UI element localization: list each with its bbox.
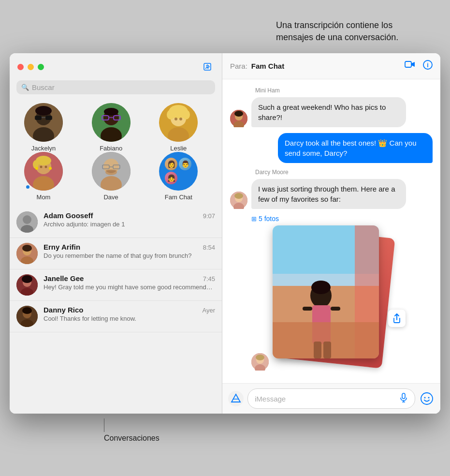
avatar-fabiano <box>92 103 131 142</box>
contact-pin-mom[interactable]: Mom <box>15 152 73 201</box>
chat-to-label: Para: <box>230 62 247 70</box>
conv-info-erny: Erny Arifin 8:54 Do you remember the nam… <box>44 243 215 259</box>
bottom-avatar-darcy <box>251 353 269 371</box>
msg-bubble-darcy: I was just sorting through them. Here ar… <box>251 179 406 209</box>
svg-point-28 <box>35 167 38 170</box>
svg-point-7 <box>35 106 52 116</box>
svg-point-84 <box>421 393 433 404</box>
message-input[interactable]: iMessage <box>247 388 415 409</box>
chat-panel: Para: Fam Chat i <box>222 53 440 414</box>
contact-name-mom: Mom <box>37 193 51 201</box>
messages-area: Mini Ham Such a great weekend! Who has p… <box>222 79 440 383</box>
app-store-button[interactable] <box>228 391 244 406</box>
svg-point-29 <box>49 167 52 170</box>
conversation-list: Adam Gooseff 9:07 Archivo adjunto: image… <box>10 207 222 414</box>
bottom-annotation: Conversaciones <box>104 418 160 443</box>
svg-point-49 <box>22 275 32 283</box>
app-window: 🔍 Buscar <box>10 53 440 414</box>
conv-item-adam[interactable]: Adam Gooseff 9:07 Archivo adjunto: image… <box>10 207 222 238</box>
info-button[interactable]: i <box>423 60 433 72</box>
chat-header: Para: Fam Chat i <box>222 53 440 79</box>
emoji-button[interactable] <box>419 391 435 406</box>
video-call-button[interactable] <box>405 60 415 72</box>
avatar-leslie <box>159 103 198 142</box>
share-button[interactable] <box>388 310 406 327</box>
search-icon: 🔍 <box>21 84 29 91</box>
svg-point-19 <box>167 110 174 119</box>
avatar-darcy <box>230 192 247 209</box>
msg-bubble-me: Darcy took all the best ones! 👑 Can you … <box>278 133 433 163</box>
conv-time-adam: 9:07 <box>203 212 215 220</box>
contact-name-jackelyn: Jackelyn <box>31 145 56 152</box>
photos-grid-icon: ⊞ <box>251 215 257 223</box>
sender-name-darcy: Darcy Moore <box>255 169 433 176</box>
svg-point-20 <box>182 110 190 119</box>
pinned-contacts-row2: Mom <box>10 152 222 207</box>
conv-avatar-janelle <box>16 274 38 296</box>
sender-name-miniham: Mini Ham <box>255 87 433 94</box>
sidebar: 🔍 Buscar <box>10 53 222 414</box>
conv-avatar-danny <box>16 306 38 327</box>
svg-point-80 <box>256 355 264 360</box>
svg-rect-5 <box>45 116 52 120</box>
tooltip: Una transcripción contiene los mensajes … <box>276 19 411 44</box>
conv-info-janelle: Janelle Gee 7:45 Hey! Gray told me you m… <box>44 274 215 291</box>
search-bar[interactable]: 🔍 Buscar <box>16 80 215 94</box>
contact-pin-fabiano[interactable]: Fabiano <box>82 103 140 152</box>
annotation-line <box>104 418 104 432</box>
conv-time-danny: Ayer <box>203 307 216 314</box>
photos-count: 5 fotos <box>259 215 279 223</box>
zoom-button[interactable] <box>38 64 44 70</box>
close-button[interactable] <box>17 64 24 70</box>
conv-info-danny: Danny Rico Ayer Cool! Thanks for letting… <box>44 306 215 322</box>
avatar-miniham <box>230 110 247 127</box>
svg-point-31 <box>45 166 47 168</box>
contact-pin-famchat[interactable]: 👩 👨 👧 Fam Chat <box>149 152 207 201</box>
svg-point-85 <box>424 397 426 399</box>
conv-time-erny: 8:54 <box>203 244 215 251</box>
photo-card-main[interactable] <box>273 225 379 358</box>
emoji-icon <box>421 392 433 405</box>
photos-label: ⊞ 5 fotos <box>251 215 433 223</box>
conv-avatar-erny <box>16 243 38 264</box>
svg-point-74 <box>311 281 331 294</box>
minimize-button[interactable] <box>28 64 34 70</box>
msg-group-darcy: Darcy Moore I was just sorting through t… <box>230 169 433 209</box>
conv-avatar-adam <box>16 211 38 233</box>
annotation-text: Conversaciones <box>104 434 160 443</box>
pinned-contacts-row1: Jackelyn <box>10 99 222 152</box>
search-placeholder: Buscar <box>32 83 55 91</box>
compose-button[interactable] <box>201 60 214 74</box>
svg-point-21 <box>174 118 177 120</box>
msg-row-darcy: I was just sorting through them. Here ar… <box>230 179 433 209</box>
svg-rect-54 <box>405 61 411 67</box>
online-indicator-mom <box>25 184 30 190</box>
contact-pin-dave[interactable]: Dave <box>82 152 140 201</box>
conv-item-danny[interactable]: Danny Rico Ayer Cool! Thanks for letting… <box>10 301 222 332</box>
svg-rect-76 <box>273 322 379 358</box>
svg-point-14 <box>104 108 118 116</box>
conv-info-adam: Adam Gooseff 9:07 Archivo adjunto: image… <box>44 211 215 228</box>
conv-name-danny: Danny Rico <box>44 306 84 314</box>
svg-rect-4 <box>35 116 42 120</box>
svg-point-22 <box>179 118 182 120</box>
conv-item-janelle[interactable]: Janelle Gee 7:45 Hey! Gray told me you m… <box>10 269 222 301</box>
conv-name-erny: Erny Arifin <box>44 243 80 251</box>
compose-icon <box>203 62 212 71</box>
contact-name-leslie: Leslie <box>170 145 187 152</box>
conv-item-erny[interactable]: Erny Arifin 8:54 Do you remember the nam… <box>10 238 222 269</box>
msg-row-me: Darcy took all the best ones! 👑 Can you … <box>230 133 433 163</box>
svg-point-86 <box>428 397 430 399</box>
svg-point-53 <box>22 307 32 314</box>
contact-pin-leslie[interactable]: Leslie <box>149 103 207 152</box>
avatar-mom <box>24 152 63 191</box>
conv-name-janelle: Janelle Gee <box>44 274 84 283</box>
contact-pin-jackelyn[interactable]: Jackelyn <box>15 103 73 152</box>
share-icon <box>392 313 401 323</box>
msg-row-miniham: Such a great weekend! Who has pics to sh… <box>230 97 433 127</box>
svg-point-45 <box>22 245 32 252</box>
contact-name-famchat: Fam Chat <box>165 193 192 201</box>
conv-preview-adam: Archivo adjunto: imagen de 1 <box>44 221 215 228</box>
outer-wrapper: Una transcripción contiene los mensajes … <box>10 19 440 414</box>
input-placeholder: iMessage <box>255 395 286 403</box>
